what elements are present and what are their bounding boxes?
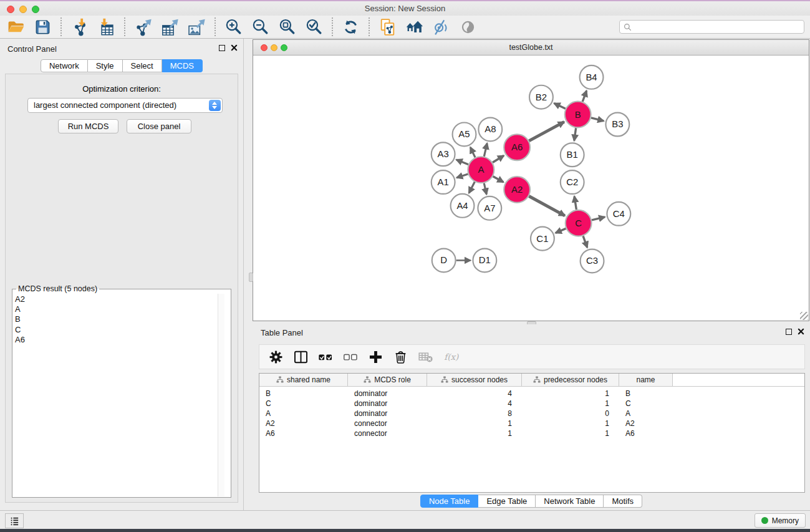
- network-minimize-button[interactable]: [271, 44, 277, 51]
- graph-node-D[interactable]: D: [432, 249, 456, 273]
- run-mcds-button[interactable]: Run MCDS: [58, 119, 118, 133]
- graph-edge-A-A6[interactable]: [493, 155, 504, 162]
- tab-edge-table[interactable]: Edge Table: [478, 495, 536, 508]
- graph-edge-B-B3[interactable]: [591, 118, 604, 121]
- memory-button[interactable]: Memory: [755, 513, 806, 528]
- tab-network-table[interactable]: Network Table: [536, 495, 604, 508]
- close-panel-button[interactable]: Close panel: [127, 119, 191, 133]
- graph-edge-A6-B[interactable]: [529, 122, 564, 140]
- mcds-result-item[interactable]: B: [15, 314, 231, 324]
- tab-node-table[interactable]: Node Table: [420, 495, 479, 508]
- table-row[interactable]: A2connector11A2: [259, 418, 804, 428]
- graph-node-C2[interactable]: C2: [561, 170, 584, 194]
- close-table-panel-icon[interactable]: [798, 328, 804, 335]
- refresh-network-button[interactable]: [337, 16, 364, 37]
- save-session-button[interactable]: [29, 16, 56, 37]
- table-row[interactable]: Cdominator41C: [259, 399, 804, 409]
- float-table-panel-icon[interactable]: [786, 329, 792, 335]
- graph-node-C1[interactable]: C1: [531, 227, 554, 251]
- search-box[interactable]: [619, 20, 804, 34]
- deselect-all-rows-button[interactable]: [339, 347, 362, 367]
- graph-node-A5[interactable]: A5: [453, 122, 476, 146]
- graph-node-A1[interactable]: A1: [432, 170, 455, 194]
- home-button[interactable]: [401, 16, 428, 37]
- graph-node-A8[interactable]: A8: [478, 118, 502, 142]
- column-header-name[interactable]: name: [619, 374, 673, 386]
- graph-node-A3[interactable]: A3: [432, 142, 455, 166]
- graph-edge-B-B1[interactable]: [574, 128, 576, 140]
- import-table-button[interactable]: [93, 16, 120, 37]
- export-network-button[interactable]: [130, 16, 157, 37]
- mcds-result-item[interactable]: A: [15, 304, 231, 314]
- network-close-button[interactable]: [261, 44, 268, 51]
- show-panels-button[interactable]: [455, 16, 481, 37]
- graph-node-B4[interactable]: B4: [580, 65, 604, 89]
- graph-edge-B-B2[interactable]: [554, 104, 566, 109]
- graph-edge-A-A7[interactable]: [484, 183, 486, 194]
- create-column-button[interactable]: [364, 347, 387, 367]
- network-zoom-button[interactable]: [281, 44, 287, 51]
- toggle-columns-button[interactable]: [289, 347, 312, 367]
- graph-edge-A-A4[interactable]: [469, 182, 475, 193]
- mcds-result-item[interactable]: A2: [15, 294, 231, 304]
- graph-node-A[interactable]: A: [468, 157, 494, 183]
- graph-edge-A-A5[interactable]: [470, 147, 475, 157]
- minimize-window-button[interactable]: [19, 6, 27, 13]
- delete-column-button[interactable]: [389, 347, 412, 367]
- import-network-button[interactable]: [66, 16, 93, 37]
- task-history-button[interactable]: [5, 513, 24, 528]
- window-resize-grip[interactable]: [800, 312, 808, 320]
- graph-node-B3[interactable]: B3: [605, 113, 629, 137]
- select-all-rows-button[interactable]: [314, 347, 337, 367]
- graph-node-A4[interactable]: A4: [451, 194, 475, 218]
- graph-edge-C-C3[interactable]: [583, 236, 587, 248]
- graph-node-A6[interactable]: A6: [504, 134, 530, 160]
- graph-edge-C-C2[interactable]: [574, 196, 576, 210]
- mcds-result-item[interactable]: C: [15, 325, 231, 335]
- graph-node-A2[interactable]: A2: [504, 177, 530, 203]
- graph-edge-A-A2[interactable]: [493, 177, 504, 182]
- graph-edge-C-C1[interactable]: [556, 228, 566, 233]
- vertical-split-grip[interactable]: [249, 273, 253, 282]
- tab-network[interactable]: Network: [41, 59, 88, 72]
- table-row[interactable]: A6connector11A6: [259, 428, 804, 438]
- graph-node-B1[interactable]: B1: [561, 143, 584, 167]
- graph-edge-B-B4[interactable]: [582, 90, 586, 102]
- graph-node-B[interactable]: B: [565, 102, 591, 128]
- export-image-button[interactable]: [183, 16, 210, 37]
- mcds-result-item[interactable]: A6: [15, 335, 231, 345]
- graph-edge-A-A8[interactable]: [484, 143, 487, 157]
- tab-mcds[interactable]: MCDS: [162, 59, 203, 72]
- tab-select[interactable]: Select: [123, 59, 162, 72]
- close-window-button[interactable]: [7, 6, 14, 13]
- graph-node-B2[interactable]: B2: [529, 85, 553, 109]
- zoom-selected-button[interactable]: [301, 16, 327, 37]
- float-panel-icon[interactable]: [219, 45, 225, 51]
- column-header-predecessor-nodes[interactable]: predecessor nodes: [522, 374, 619, 386]
- criterion-select[interactable]: largest connected component (directed): [27, 98, 223, 113]
- table-row[interactable]: Adominator80A: [259, 409, 804, 418]
- export-table-button[interactable]: [157, 16, 183, 37]
- column-header-MCDS-role[interactable]: MCDS role: [348, 374, 427, 386]
- graph-node-A7[interactable]: A7: [478, 196, 501, 220]
- zoom-window-button[interactable]: [32, 6, 39, 13]
- graph-node-D1[interactable]: D1: [473, 249, 496, 273]
- table-row[interactable]: Bdominator41B: [259, 389, 804, 399]
- open-file-button[interactable]: [2, 16, 29, 37]
- search-input[interactable]: [632, 21, 804, 32]
- tab-motifs[interactable]: Motifs: [604, 495, 642, 508]
- hide-panels-button[interactable]: [428, 16, 455, 37]
- graph-node-C3[interactable]: C3: [581, 249, 604, 273]
- graph-edge-A2-C[interactable]: [529, 196, 564, 215]
- graph-edge-A-A1[interactable]: [456, 174, 468, 178]
- table-settings-button[interactable]: [264, 347, 287, 367]
- zoom-in-button[interactable]: [220, 16, 247, 37]
- close-panel-icon[interactable]: [231, 44, 238, 51]
- graph-node-C[interactable]: C: [566, 210, 592, 236]
- clone-network-button[interactable]: [374, 16, 401, 37]
- column-header-successor-nodes[interactable]: successor nodes: [427, 374, 522, 386]
- tab-style[interactable]: Style: [88, 59, 123, 72]
- graph-edge-A-A3[interactable]: [456, 160, 468, 165]
- graph-node-C4[interactable]: C4: [607, 202, 630, 226]
- network-canvas[interactable]: AA1A2A3A4A5A6A7A8BB1B2B3B4CC1C2C3C4DD1: [253, 56, 809, 321]
